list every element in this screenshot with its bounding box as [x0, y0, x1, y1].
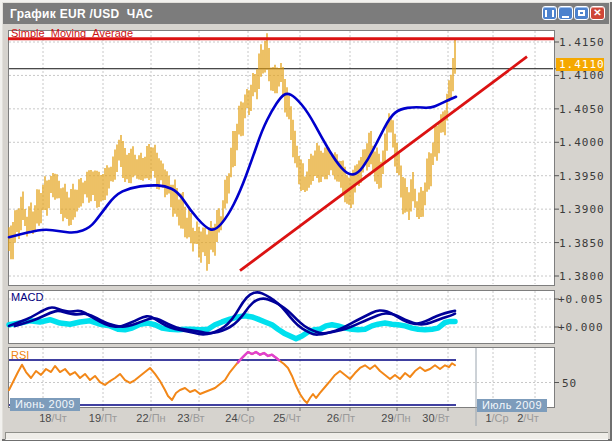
date-day: 30: [422, 412, 434, 424]
date-weekday: /Пт: [101, 412, 117, 424]
date-axis-label: 19/Пт: [89, 412, 117, 424]
current-price-label: 1.4110: [556, 58, 604, 71]
price-axis-label: 1.3850: [559, 237, 605, 250]
date-axis-label: 24/Ср: [225, 412, 254, 424]
month-badge-july: Июль 2009: [477, 399, 547, 412]
macd-indicator-label: MACD: [11, 291, 43, 303]
date-axis-label: 26/Пт: [327, 412, 355, 424]
price-axis-label: 1.3900: [559, 203, 605, 216]
price-axis-label: 1.3800: [559, 270, 605, 283]
macd-axis-label: +0.000: [558, 321, 604, 334]
date-day: 25: [273, 412, 285, 424]
date-axis-label: 30/Вт: [422, 412, 449, 424]
date-axis-label: 18/Чт: [39, 412, 67, 424]
price-axis-label: 1.3950: [559, 170, 605, 183]
date-weekday: /Пн: [149, 412, 166, 424]
date-weekday: /Чт: [285, 412, 300, 424]
date-weekday: /Вт: [190, 412, 205, 424]
rsi-overbought-segment: [238, 352, 279, 362]
month-badge-june: Июнь 2009: [10, 398, 80, 411]
date-day: 18: [39, 412, 51, 424]
chart-window: График EUR /USD ЧАС ✕ Simple_Moving_Aver…: [0, 0, 612, 441]
date-axis-label: 25/Чт: [273, 412, 301, 424]
date-day: 29: [381, 412, 393, 424]
date-weekday: /Ср: [492, 412, 509, 424]
chart-canvas: [0, 0, 612, 441]
price-axis-label: 1.4000: [559, 136, 605, 149]
rsi-axis-label: 50: [562, 377, 577, 390]
date-weekday: /Ср: [238, 412, 255, 424]
date-day: 24: [225, 412, 237, 424]
date-day: 19: [89, 412, 101, 424]
price-axis-label: 1.4150: [559, 36, 605, 49]
date-axis-label: 1/Ср: [485, 412, 508, 424]
date-axis-label: 29/Пн: [381, 412, 410, 424]
date-weekday: /Чт: [51, 412, 66, 424]
gridlines: [9, 31, 553, 406]
date-axis-label: 22/Пн: [136, 412, 165, 424]
date-day: 23: [177, 412, 189, 424]
date-axis-label: 23/Вт: [177, 412, 204, 424]
date-axis-label: 2/Чт: [517, 412, 539, 424]
price-axis-label: 1.4100: [559, 69, 605, 82]
date-day: 26: [327, 412, 339, 424]
macd-axis-label: +0.005: [558, 293, 604, 306]
price-axis-label: 1.4050: [559, 103, 605, 116]
date-day: 22: [136, 412, 148, 424]
date-weekday: /Пн: [394, 412, 411, 424]
date-weekday: /Вт: [435, 412, 450, 424]
rsi-indicator-label: RSI: [11, 349, 29, 361]
sma-indicator-label: Simple_Moving_Average: [11, 27, 133, 39]
date-weekday: /Чт: [523, 412, 538, 424]
date-weekday: /Пт: [339, 412, 355, 424]
